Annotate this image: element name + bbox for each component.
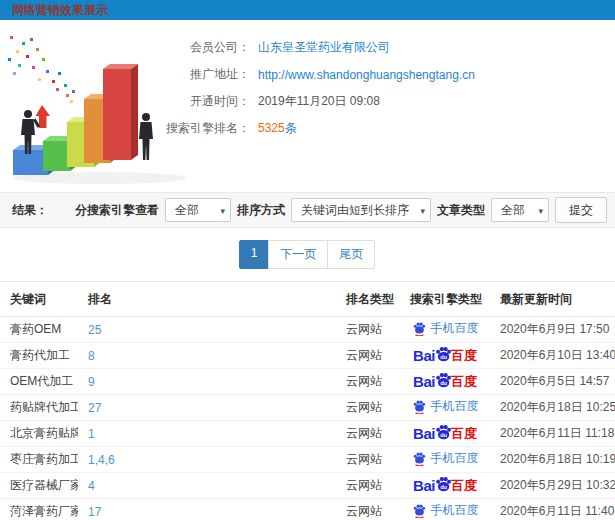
pagination: 1 下一页 尾页	[0, 228, 615, 281]
mobile-baidu-label: 手机百度	[431, 502, 479, 519]
table-row: 枣庄膏药加工 1,4,6 云网站 手机百度 2020年6月18日 10:19	[0, 447, 615, 473]
baidu-paw-icon: du	[434, 371, 452, 389]
baidu-logo-du: du	[440, 431, 447, 437]
engine-cell: 手机百度	[400, 447, 490, 473]
baidu-paw-icon: du	[434, 345, 452, 363]
sort-filter-label: 排序方式	[237, 202, 285, 219]
results-table-body: 膏药OEM 25 云网站 手机百度 2020年6月9日 17:50 膏药代加工 …	[0, 317, 615, 520]
mobile-baidu-label: 手机百度	[431, 450, 479, 467]
last-page-button[interactable]: 尾页	[327, 240, 375, 269]
rank-value[interactable]: 8	[78, 343, 336, 369]
rank-value[interactable]: 17	[78, 499, 336, 520]
table-header-row: 关键词 排名 排名类型 搜索引擎类型 最新更新时间	[0, 282, 615, 317]
rank-value[interactable]: 1,4,6	[78, 447, 336, 473]
baidu-logo: Baidu百度	[413, 371, 477, 393]
article-type-label: 文章类型	[437, 202, 485, 219]
table-row: 膏药OEM 25 云网站 手机百度 2020年6月9日 17:50	[0, 317, 615, 343]
baidu-logo-du: du	[440, 353, 447, 359]
rank-value[interactable]: 25	[78, 317, 336, 343]
rank-type-cell: 云网站	[336, 343, 400, 369]
filter-controls: 分搜索引擎查看 全部 排序方式 关键词由短到长排序 文章类型 全部 提交	[75, 197, 607, 223]
company-label: 会员公司：	[160, 39, 250, 56]
promo-url-label: 推广地址：	[160, 66, 250, 83]
results-table: 关键词 排名 排名类型 搜索引擎类型 最新更新时间 膏药OEM 25 云网站 手…	[0, 281, 615, 520]
engine-cell: Baidu百度	[400, 421, 490, 447]
baidu-logo-cn: 百度	[451, 347, 477, 365]
rank-count-number: 5325	[258, 121, 285, 135]
engine-cell: Baidu百度	[400, 369, 490, 395]
mobile-baidu-label: 手机百度	[431, 320, 479, 337]
baidu-logo: Baidu百度	[413, 475, 477, 497]
update-time-cell: 2020年6月5日 14:57	[490, 369, 615, 395]
engine-cell: 手机百度	[400, 499, 490, 520]
open-time-label: 开通时间：	[160, 93, 250, 110]
keyword-cell: 北京膏药贴牌	[0, 421, 78, 447]
rank-count-label: 搜索引擎排名：	[160, 120, 250, 137]
baidu-logo-du: du	[440, 379, 447, 385]
page-button-current[interactable]: 1	[239, 240, 270, 269]
rank-value[interactable]: 4	[78, 473, 336, 499]
next-page-button[interactable]: 下一页	[268, 240, 328, 269]
keyword-cell: 膏药OEM	[0, 317, 78, 343]
table-row: 菏泽膏药厂家 17 云网站 手机百度 2020年6月11日 11:40	[0, 499, 615, 520]
mobile-baidu-logo: 手机百度	[412, 320, 479, 337]
keyword-cell: 药贴牌代加工	[0, 395, 78, 421]
header-keyword: 关键词	[0, 282, 78, 317]
info-section: 会员公司： 山东皇圣堂药业有限公司 推广地址： http://www.shand…	[0, 20, 615, 192]
baidu-logo-bai: Bai	[413, 425, 435, 442]
baidu-logo-cn: 百度	[451, 373, 477, 391]
sort-filter-select[interactable]: 关键词由短到长排序	[291, 198, 431, 222]
rank-value[interactable]: 9	[78, 369, 336, 395]
confetti-dots	[8, 36, 75, 103]
baidu-logo: Baidu百度	[413, 345, 477, 367]
baidu-logo-cn: 百度	[451, 477, 477, 495]
engine-cell: Baidu百度	[400, 343, 490, 369]
rank-type-cell: 云网站	[336, 395, 400, 421]
rank-value[interactable]: 27	[78, 395, 336, 421]
keyword-cell: 膏药代加工	[0, 343, 78, 369]
promo-url-link[interactable]: http://www.shandonghuangshengtang.cn	[258, 68, 475, 82]
filter-bar: 结果： 分搜索引擎查看 全部 排序方式 关键词由短到长排序 文章类型 全部 提交	[0, 192, 615, 228]
page-title: 网络营销效果展示	[0, 0, 615, 20]
keyword-cell: 枣庄膏药加工	[0, 447, 78, 473]
bar-chart-illustration	[0, 28, 185, 188]
engine-filter-select[interactable]: 全部	[165, 198, 231, 222]
rank-count-value: 5325条	[258, 120, 297, 137]
header-rank: 排名	[78, 282, 336, 317]
bar-red	[103, 64, 138, 160]
baidu-logo-bai: Bai	[413, 477, 435, 494]
engine-cell: 手机百度	[400, 395, 490, 421]
baidu-logo-du: du	[440, 483, 447, 489]
info-row-open-time: 开通时间： 2019年11月20日 09:08	[160, 88, 615, 115]
article-type-select[interactable]: 全部	[491, 198, 549, 222]
header-engine-type: 搜索引擎类型	[400, 282, 490, 317]
update-time-cell: 2020年6月11日 11:18	[490, 421, 615, 447]
submit-button[interactable]: 提交	[555, 197, 607, 223]
baidu-logo-cn: 百度	[451, 425, 477, 443]
keyword-cell: 菏泽膏药厂家	[0, 499, 78, 520]
table-row: 医疗器械厂家 4 云网站 Baidu百度 2020年5月29日 10:32	[0, 473, 615, 499]
update-time-cell: 2020年6月11日 11:40	[490, 499, 615, 520]
rank-value[interactable]: 1	[78, 421, 336, 447]
rank-type-cell: 云网站	[336, 317, 400, 343]
mobile-baidu-logo: 手机百度	[412, 398, 479, 415]
growth-chart-image	[0, 20, 185, 192]
update-time-cell: 2020年6月10日 13:40	[490, 343, 615, 369]
table-row: 药贴牌代加工 27 云网站 手机百度 2020年6月18日 10:25	[0, 395, 615, 421]
rank-count-unit: 条	[285, 121, 297, 135]
engine-filter-label: 分搜索引擎查看	[75, 202, 159, 219]
company-name-link[interactable]: 山东皇圣堂药业有限公司	[258, 39, 390, 56]
rank-type-cell: 云网站	[336, 473, 400, 499]
keyword-cell: OEM代加工	[0, 369, 78, 395]
baidu-logo-bai: Bai	[413, 373, 435, 390]
update-time-cell: 2020年6月9日 17:50	[490, 317, 615, 343]
rank-type-cell: 云网站	[336, 369, 400, 395]
update-time-cell: 2020年6月18日 10:25	[490, 395, 615, 421]
info-row-rank-count: 搜索引擎排名： 5325条	[160, 115, 615, 142]
update-time-cell: 2020年6月18日 10:19	[490, 447, 615, 473]
table-row: 膏药代加工 8 云网站 Baidu百度 2020年6月10日 13:40	[0, 343, 615, 369]
result-label: 结果：	[12, 202, 48, 219]
header-rank-type: 排名类型	[336, 282, 400, 317]
mobile-baidu-label: 手机百度	[431, 398, 479, 415]
rank-type-cell: 云网站	[336, 421, 400, 447]
